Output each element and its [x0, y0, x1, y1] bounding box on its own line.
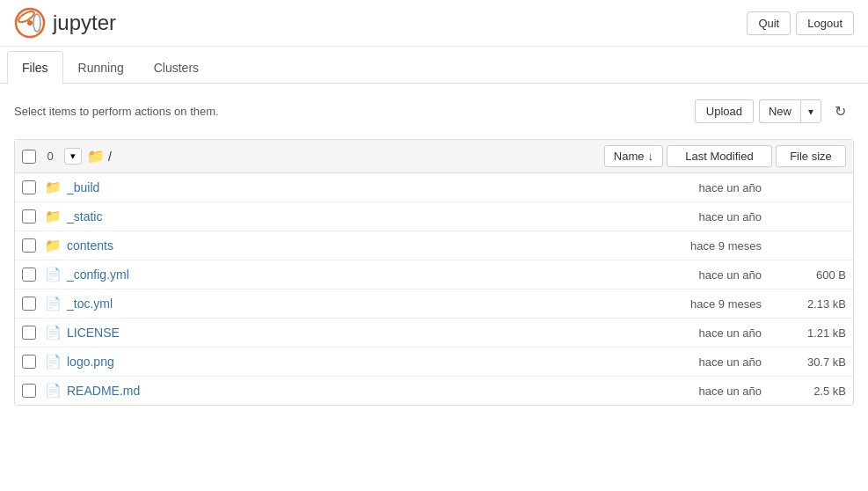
header: jupyter Quit Logout [0, 0, 868, 47]
breadcrumb: 📁 / [87, 148, 112, 165]
folder-icon: 📁 [45, 238, 62, 253]
refresh-button[interactable]: ↻ [827, 98, 854, 125]
table-row: 📁 _static hace un año [15, 202, 853, 231]
file-link[interactable]: README.md [67, 384, 635, 398]
logout-button[interactable]: Logout [796, 11, 854, 35]
file-size: 30.7 kB [776, 355, 846, 369]
list-header-right: Name ↓ Last Modified File size [604, 145, 846, 167]
file-link[interactable]: logo.png [67, 355, 635, 369]
file-icon: 📄 [45, 325, 62, 341]
folder-icon: 📁 [45, 209, 62, 224]
file-icon: 📄 [45, 267, 62, 282]
last-modified-header: Last Modified [667, 145, 772, 167]
file-list: 0 ▾ 📁 / Name ↓ Last Modified File size 📁… [14, 139, 854, 406]
file-modified: hace un año [635, 210, 776, 224]
breadcrumb-slash: / [108, 150, 112, 164]
quit-button[interactable]: Quit [747, 11, 791, 35]
table-row: 📄 LICENSE hace un año 1.21 kB [15, 319, 853, 348]
toolbar: Select items to perform actions on them.… [0, 91, 868, 132]
file-link[interactable]: _build [67, 180, 635, 194]
new-button-group: New ▾ [759, 99, 821, 123]
file-size-header: File size [776, 145, 846, 167]
new-button[interactable]: New [759, 99, 800, 123]
file-size: 2.13 kB [776, 297, 846, 311]
file-modified: hace 9 meses [635, 239, 776, 253]
row-checkbox[interactable] [22, 297, 36, 311]
file-modified: hace un año [635, 385, 776, 398]
folder-nav-icon: 📁 [87, 148, 105, 165]
file-icon: 📄 [45, 383, 62, 399]
file-link[interactable]: _static [67, 209, 635, 224]
file-modified: hace un año [635, 268, 776, 282]
svg-point-2 [33, 14, 40, 32]
file-size: 1.21 kB [776, 326, 846, 340]
table-row: 📄 _config.yml hace un año 600 B [15, 260, 853, 289]
file-icon: 📄 [45, 354, 62, 370]
file-size: 600 B [776, 268, 846, 282]
table-row: 📄 _toc.yml hace 9 meses 2.13 kB [15, 289, 853, 319]
row-checkbox[interactable] [22, 384, 36, 398]
row-checkbox[interactable] [22, 355, 36, 369]
file-modified: hace un año [635, 181, 776, 194]
list-header-left: 0 ▾ 📁 / [22, 148, 604, 165]
list-header: 0 ▾ 📁 / Name ↓ Last Modified File size [15, 140, 853, 173]
sort-name-button[interactable]: Name ↓ [604, 145, 663, 167]
row-checkbox[interactable] [22, 267, 36, 282]
header-buttons: Quit Logout [747, 11, 854, 35]
jupyter-logo-icon [14, 7, 46, 39]
select-message: Select items to perform actions on them. [14, 105, 219, 118]
row-checkbox[interactable] [22, 209, 36, 224]
file-size: 2.5 kB [776, 385, 846, 398]
toolbar-right: Upload New ▾ ↻ [695, 98, 854, 125]
row-checkbox[interactable] [22, 326, 36, 340]
logo-area: jupyter [14, 7, 116, 39]
table-row: 📄 logo.png hace un año 30.7 kB [15, 348, 853, 377]
svg-point-3 [27, 20, 33, 26]
row-checkbox[interactable] [22, 180, 36, 194]
file-rows-container: 📁 _build hace un año 📁 _static hace un a… [15, 173, 853, 405]
tab-clusters[interactable]: Clusters [139, 51, 214, 84]
file-icon: 📄 [45, 296, 62, 311]
file-link[interactable]: LICENSE [67, 326, 635, 340]
table-row: 📄 README.md hace un año 2.5 kB [15, 377, 853, 405]
tab-files[interactable]: Files [7, 51, 63, 84]
new-button-caret[interactable]: ▾ [800, 99, 821, 123]
folder-icon: 📁 [45, 180, 62, 195]
app-title: jupyter [53, 11, 116, 35]
file-modified: hace un año [635, 326, 776, 340]
item-count: 0 [41, 150, 59, 163]
file-modified: hace 9 meses [635, 297, 776, 311]
row-checkbox[interactable] [22, 238, 36, 253]
file-modified: hace un año [635, 355, 776, 369]
select-all-checkbox[interactable] [22, 150, 36, 164]
tab-bar: Files Running Clusters [0, 50, 868, 84]
file-link[interactable]: _config.yml [67, 267, 635, 282]
table-row: 📁 contents hace 9 meses [15, 231, 853, 260]
select-dropdown[interactable]: ▾ [64, 148, 82, 165]
table-row: 📁 _build hace un año [15, 173, 853, 202]
upload-button[interactable]: Upload [695, 99, 754, 123]
tab-running[interactable]: Running [63, 51, 139, 84]
file-link[interactable]: _toc.yml [67, 297, 635, 311]
file-link[interactable]: contents [67, 238, 635, 253]
